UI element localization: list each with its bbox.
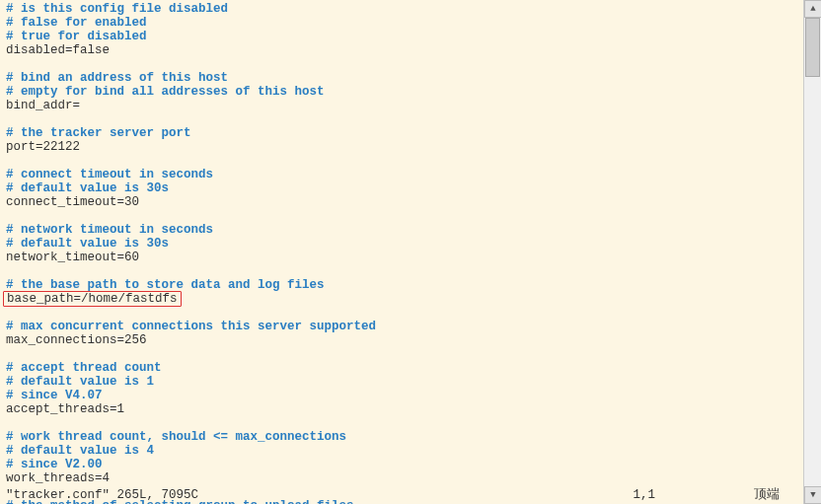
blank-line bbox=[6, 154, 803, 168]
blank-line bbox=[6, 112, 803, 126]
config-line: connect_timeout=30 bbox=[6, 195, 803, 209]
comment-line: # true for disabled bbox=[6, 30, 803, 43]
comment-line: # work thread count, should <= max_conne… bbox=[6, 430, 803, 444]
scroll-up-button[interactable]: ▲ bbox=[804, 0, 821, 18]
config-line: port=22122 bbox=[6, 140, 803, 154]
blank-line bbox=[6, 306, 803, 320]
status-filename: "tracker.conf" 265L, 7095C bbox=[6, 488, 198, 502]
blank-line bbox=[6, 209, 803, 223]
comment-line: # max concurrent connections this server… bbox=[6, 320, 803, 333]
comment-line: # false for enabled bbox=[6, 16, 803, 30]
blank-line bbox=[6, 416, 803, 430]
editor-viewport: # is this config file disabled# false fo… bbox=[0, 0, 803, 504]
comment-line: # default value is 1 bbox=[6, 375, 803, 389]
scrollbar-track[interactable] bbox=[804, 18, 821, 486]
comment-line: # accept thread count bbox=[6, 361, 803, 375]
config-line: bind_addr= bbox=[6, 99, 803, 112]
blank-line bbox=[6, 264, 803, 278]
comment-line: # since V2.00 bbox=[6, 458, 803, 471]
comment-line: # default value is 4 bbox=[6, 444, 803, 458]
arrow-up-icon: ▲ bbox=[810, 2, 815, 16]
comment-line: # bind an address of this host bbox=[6, 71, 803, 85]
config-line: accept_threads=1 bbox=[6, 402, 803, 416]
config-line: base_path=/home/fastdfs bbox=[6, 292, 803, 306]
blank-line bbox=[6, 347, 803, 361]
blank-line bbox=[6, 57, 803, 71]
config-line: work_threads=4 bbox=[6, 471, 803, 485]
highlighted-config-line: base_path=/home/fastdfs bbox=[3, 291, 182, 307]
scrollbar-thumb[interactable] bbox=[805, 18, 820, 77]
comment-line: # default value is 30s bbox=[6, 181, 803, 195]
vertical-scrollbar[interactable]: ▲ ▼ bbox=[803, 0, 821, 504]
config-line: disabled=false bbox=[6, 43, 803, 57]
comment-line: # empty for bind all addresses of this h… bbox=[6, 85, 803, 99]
status-location: 顶端 bbox=[754, 488, 780, 502]
comment-line: # network timeout in seconds bbox=[6, 223, 803, 237]
status-cursor-position: 1,1 bbox=[633, 488, 655, 502]
scroll-down-button[interactable]: ▼ bbox=[804, 486, 821, 504]
config-line: network_timeout=60 bbox=[6, 251, 803, 264]
comment-line: # the base path to store data and log fi… bbox=[6, 278, 803, 292]
comment-line: # since V4.07 bbox=[6, 389, 803, 402]
status-bar: "tracker.conf" 265L, 7095C 1,1 顶端 bbox=[6, 488, 803, 502]
comment-line: # connect timeout in seconds bbox=[6, 168, 803, 181]
comment-line: # default value is 30s bbox=[6, 237, 803, 251]
arrow-down-icon: ▼ bbox=[810, 488, 815, 502]
comment-line: # is this config file disabled bbox=[6, 2, 803, 16]
comment-line: # the tracker server port bbox=[6, 126, 803, 140]
config-line: max_connections=256 bbox=[6, 333, 803, 347]
